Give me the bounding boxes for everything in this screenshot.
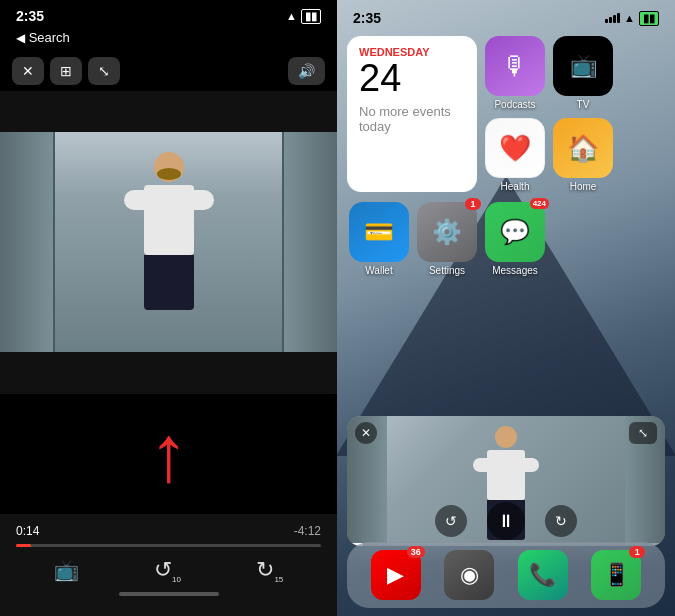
back-nav[interactable]: ◀ Search [0, 28, 337, 51]
youtube-badge: 36 [407, 546, 425, 558]
home-bar [119, 592, 219, 596]
signal-bar-4 [279, 11, 282, 21]
signal-bar-2 [271, 15, 274, 21]
person-arms [124, 190, 214, 210]
r-sig-1 [605, 19, 608, 23]
wallet-glyph: 💳 [364, 218, 394, 246]
phone-badge: 1 [629, 546, 645, 558]
forward-15-icon[interactable]: ↻15 [256, 557, 283, 584]
home-glyph: 🏠 [567, 133, 599, 164]
left-status-icons: ▲ ▮▮ [267, 9, 321, 24]
time-row: 0:14 -4:12 [16, 524, 321, 538]
r-sig-2 [609, 17, 612, 23]
pip-close-button[interactable]: ✕ [355, 422, 377, 444]
phone-icon: 📱 1 [591, 550, 641, 600]
pip-body [487, 450, 525, 500]
messages-glyph: 💬 [500, 218, 530, 246]
app-wallet[interactable]: 💳 Wallet [349, 202, 409, 276]
settings-glyph: ⚙️ [432, 218, 462, 246]
pip-arms [473, 458, 539, 472]
playback-controls: 📺 ↺10 ↻15 [16, 557, 321, 584]
pip-rewind-button[interactable]: ↺ [435, 505, 467, 537]
video-area [0, 91, 337, 394]
messages-badge: 424 [530, 198, 549, 209]
podcasts-glyph: 🎙 [502, 51, 528, 82]
whatsapp-icon: 📞 [518, 550, 568, 600]
shelf-left [0, 132, 55, 352]
app-home[interactable]: 🏠 Home [553, 118, 613, 192]
person-body [144, 185, 194, 255]
app-settings[interactable]: ⚙️ 1 Settings [417, 202, 477, 276]
person-beard [157, 168, 181, 180]
app-podcasts[interactable]: 🎙 Podcasts [485, 36, 545, 110]
dock-youtube[interactable]: ▶ 36 [371, 550, 421, 600]
app-messages[interactable]: 💬 424 Messages [485, 202, 545, 276]
youtube-glyph: ▶ [387, 562, 404, 588]
dock: ▶ 36 ◉ 📞 📱 1 [347, 542, 665, 608]
right-status-bar: 2:35 ▲ ▮▮ [337, 0, 675, 32]
wallet-icon: 💳 [349, 202, 409, 262]
pip-forward-button[interactable]: ↻ [545, 505, 577, 537]
dock-whatsapp[interactable]: 📞 [518, 550, 568, 600]
second-apps-row: 💳 Wallet ⚙️ 1 Settings 💬 424 Messages [347, 202, 665, 276]
fullscreen-button[interactable]: ⤡ [88, 57, 120, 85]
volume-button[interactable]: 🔊 [288, 57, 325, 85]
volume-icon: 🔊 [298, 63, 315, 79]
app-health[interactable]: ❤️ Health [485, 118, 545, 192]
health-glyph: ❤️ [499, 133, 531, 164]
signal-bar-1 [267, 17, 270, 21]
health-icon: ❤️ [485, 118, 545, 178]
right-status-icons: ▲ ▮▮ [605, 11, 659, 26]
tv-icon: 📺 [553, 36, 613, 96]
arrow-container: ↑ [0, 394, 337, 514]
whatsapp-glyph: 📞 [529, 562, 556, 588]
video-bottom-controls: 0:14 -4:12 📺 ↺10 ↻15 [0, 514, 337, 616]
left-status-bar: 2:35 ▲ ▮▮ [0, 0, 337, 28]
podcasts-icon: 🎙 [485, 36, 545, 96]
health-label: Health [501, 181, 530, 192]
mid-apps-row: ❤️ Health 🏠 Home [485, 118, 613, 192]
progress-bar[interactable] [16, 544, 321, 547]
fullscreen-icon: ⤡ [98, 63, 110, 79]
top-apps-row: 🎙 Podcasts 📺 TV [485, 36, 613, 110]
pip-pause-button[interactable]: ⏸ [487, 502, 525, 540]
dock-phone[interactable]: 📱 1 [591, 550, 641, 600]
home-label: Home [570, 181, 597, 192]
pip-expand-button[interactable]: ⤡ [629, 422, 657, 444]
up-arrow-icon: ↑ [149, 414, 189, 494]
pip-forward-icon: ↻ [555, 513, 567, 529]
settings-icon: ⚙️ 1 [417, 202, 477, 262]
airplay-icon[interactable]: 📺 [54, 558, 79, 582]
pip-video-container[interactable]: ✕ ⤡ ↺ ⏸ ↻ [347, 416, 665, 546]
calendar-widget[interactable]: WEDNESDAY 24 No more events today [347, 36, 477, 192]
back-label: Search [29, 30, 70, 45]
right-battery-icon: ▮▮ [639, 11, 659, 26]
cal-event: No more events today [359, 104, 465, 134]
pip-head [495, 426, 517, 448]
back-arrow-icon: ◀ [16, 31, 25, 45]
wallet-label: Wallet [365, 265, 392, 276]
messages-label: Messages [492, 265, 538, 276]
ctrl-group-left: ✕ ⊞ ⤡ [12, 57, 120, 85]
video-top-controls: ✕ ⊞ ⤡ 🔊 [0, 51, 337, 91]
pip-icon: ⊞ [60, 63, 72, 79]
shelf-right [282, 132, 337, 352]
tv-glyph: 📺 [570, 53, 597, 79]
youtube-icon: ▶ 36 [371, 550, 421, 600]
settings-badge: 1 [465, 198, 481, 210]
pip-rewind-icon: ↺ [445, 513, 457, 529]
rewind-10-icon[interactable]: ↺10 [154, 557, 181, 584]
app-tv[interactable]: 📺 TV [553, 36, 613, 110]
r-sig-3 [613, 15, 616, 23]
pip-mode-button[interactable]: ⊞ [50, 57, 82, 85]
signal-bars [267, 11, 282, 21]
person-legs [144, 255, 194, 310]
left-time: 2:35 [16, 8, 44, 24]
close-button[interactable]: ✕ [12, 57, 44, 85]
progress-fill [16, 544, 31, 547]
home-icon: 🏠 [553, 118, 613, 178]
dock-clips[interactable]: ◉ [444, 550, 494, 600]
left-panel: 2:35 ▲ ▮▮ ◀ Search ✕ ⊞ ⤡ [0, 0, 337, 616]
right-panel: 2:35 ▲ ▮▮ WEDNESDAY 24 No more events to… [337, 0, 675, 616]
close-icon: ✕ [22, 63, 34, 79]
